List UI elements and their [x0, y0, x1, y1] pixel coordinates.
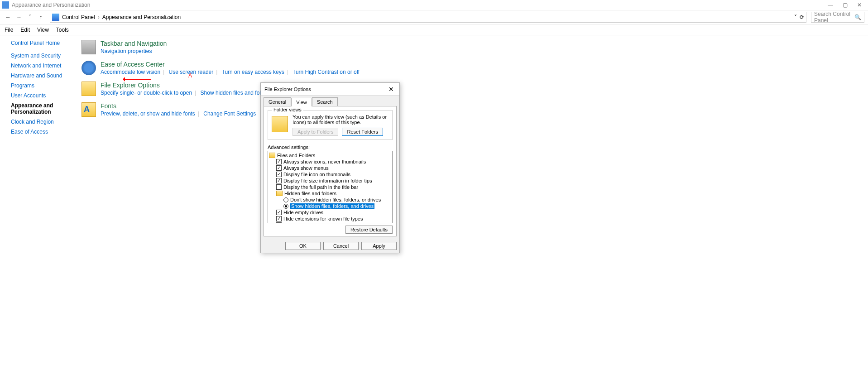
- sidebar-item-system[interactable]: System and Security: [11, 53, 72, 59]
- folder-icon: [276, 191, 283, 196]
- opt-file-icon[interactable]: Display file icon on thumbnails: [283, 172, 350, 177]
- sidebar: Control Panel Home System and Security N…: [0, 35, 72, 143]
- titlebar: Appearance and Personalization — ▢ ✕: [0, 0, 868, 10]
- opt-always-icons[interactable]: Always show icons, never thumbnails: [283, 159, 366, 164]
- menu-view[interactable]: View: [37, 27, 49, 33]
- back-button[interactable]: ←: [4, 13, 13, 22]
- opt-always-menus[interactable]: Always show menus: [283, 165, 329, 171]
- link-change-font-settings[interactable]: Change Font Settings: [203, 111, 256, 117]
- address-dropdown-icon[interactable]: ˅: [794, 14, 797, 20]
- dialog-close-button[interactable]: ✕: [387, 86, 396, 93]
- tree-root: Files and Folders: [277, 153, 315, 158]
- link-preview-fonts[interactable]: Preview, delete, or show and hide fonts: [101, 111, 195, 117]
- menu-edit[interactable]: Edit: [20, 27, 30, 33]
- link-click-open[interactable]: Specify single- or double-click to open: [101, 90, 192, 96]
- radio[interactable]: [283, 197, 288, 202]
- maximize-button[interactable]: ▢: [842, 2, 848, 8]
- group-folder-views: Folder views: [272, 107, 303, 112]
- opt-hide-merge[interactable]: Hide folder merge conflicts: [283, 222, 342, 223]
- apply-to-folders-button: Apply to Folders: [293, 128, 338, 136]
- checkbox[interactable]: ✓: [276, 172, 282, 177]
- apply-button[interactable]: Apply: [361, 242, 397, 250]
- ok-button[interactable]: OK: [285, 242, 321, 250]
- checkbox[interactable]: ✓: [276, 159, 282, 164]
- refresh-icon[interactable]: ⟳: [800, 14, 804, 20]
- sidebar-home[interactable]: Control Panel Home: [11, 40, 72, 46]
- fonts-icon: [82, 102, 96, 117]
- minimize-button[interactable]: —: [827, 2, 834, 8]
- sidebar-item-users[interactable]: User Accounts: [11, 92, 72, 99]
- address-bar[interactable]: Control Panel › Appearance and Personali…: [50, 12, 806, 23]
- sidebar-item-ease[interactable]: Ease of Access: [11, 129, 72, 135]
- radio[interactable]: [283, 204, 288, 209]
- checkbox[interactable]: ✓: [276, 165, 282, 171]
- menu-tools[interactable]: Tools: [56, 27, 69, 33]
- sidebar-item-clock[interactable]: Clock and Region: [11, 119, 72, 125]
- link-high-contrast[interactable]: Turn High Contrast on or off: [293, 69, 360, 75]
- opt-file-size[interactable]: Display file size information in folder …: [283, 178, 372, 183]
- folder-views-icon: [272, 116, 288, 132]
- annotation-label-a: A: [188, 72, 192, 79]
- restore-defaults-button[interactable]: Restore Defaults: [345, 226, 393, 234]
- recent-dropdown[interactable]: ˅: [25, 13, 34, 22]
- cancel-button[interactable]: Cancel: [323, 242, 359, 250]
- breadcrumb-root[interactable]: Control Panel: [62, 14, 95, 20]
- cat-fonts-title[interactable]: Fonts: [101, 102, 256, 110]
- opt-hide-ext[interactable]: Hide extensions for known file types: [283, 216, 363, 221]
- advanced-settings-label: Advanced settings:: [268, 144, 393, 150]
- checkbox[interactable]: ✓: [276, 210, 282, 215]
- cat-ease-title[interactable]: Ease of Access Center: [101, 61, 360, 68]
- folder-icon: [269, 153, 275, 158]
- folder-options-icon: [82, 82, 96, 96]
- opt-full-path[interactable]: Display the full path in the title bar: [283, 184, 358, 190]
- checkbox[interactable]: ✓: [276, 178, 282, 183]
- opt-show-hidden[interactable]: Show hidden files, folders, and drives: [290, 203, 374, 209]
- link-low-vision[interactable]: Accommodate low vision: [101, 69, 160, 75]
- opt-dont-show-hidden[interactable]: Don't show hidden files, folders, or dri…: [290, 197, 381, 202]
- window-title: Appearance and Personalization: [12, 2, 827, 8]
- sidebar-item-network[interactable]: Network and Internet: [11, 62, 72, 69]
- tab-search[interactable]: Search: [312, 97, 338, 106]
- menubar: File Edit View Tools: [0, 24, 868, 35]
- link-easy-access[interactable]: Turn on easy access keys: [222, 69, 284, 75]
- checkbox[interactable]: ✓: [276, 222, 282, 223]
- tab-view[interactable]: View: [291, 98, 312, 106]
- file-explorer-options-dialog: File Explorer Options ✕ General View Sea…: [260, 82, 400, 253]
- forward-button: →: [14, 13, 24, 22]
- sidebar-item-programs[interactable]: Programs: [11, 82, 72, 89]
- cat-taskbar-title[interactable]: Taskbar and Navigation: [101, 40, 167, 47]
- menu-file[interactable]: File: [5, 27, 13, 33]
- reset-folders-button[interactable]: Reset Folders: [342, 128, 383, 136]
- up-button[interactable]: ↑: [36, 13, 45, 22]
- breadcrumb-current[interactable]: Appearance and Personalization: [102, 14, 181, 20]
- link-nav-properties[interactable]: Navigation properties: [101, 48, 152, 54]
- tab-general[interactable]: General: [264, 97, 291, 106]
- ease-icon: [82, 61, 96, 75]
- control-panel-icon: [52, 14, 59, 21]
- checkbox[interactable]: ✓: [276, 216, 282, 221]
- tree-hidden: Hidden files and folders: [284, 191, 336, 196]
- navbar: ← → ˅ ↑ Control Panel › Appearance and P…: [0, 10, 868, 24]
- dialog-title: File Explorer Options: [264, 87, 387, 92]
- folder-views-text: You can apply this view (such as Details…: [293, 114, 388, 125]
- search-icon: 🔍: [854, 14, 861, 20]
- cat-explorer-title[interactable]: File Explorer Options: [101, 82, 271, 89]
- sidebar-item-hardware[interactable]: Hardware and Sound: [11, 72, 72, 79]
- opt-hide-empty[interactable]: Hide empty drives: [283, 210, 323, 215]
- app-icon: [2, 1, 9, 9]
- search-placeholder: Search Control Panel: [814, 11, 854, 24]
- close-button[interactable]: ✕: [856, 2, 863, 8]
- taskbar-icon: [82, 40, 96, 54]
- breadcrumb-sep: ›: [96, 14, 101, 20]
- sidebar-item-appearance[interactable]: Appearance and Personalization: [11, 102, 72, 115]
- advanced-settings-tree[interactable]: Files and Folders ✓Always show icons, ne…: [268, 151, 393, 223]
- search-box[interactable]: Search Control Panel 🔍: [811, 12, 864, 23]
- checkbox[interactable]: [276, 184, 282, 190]
